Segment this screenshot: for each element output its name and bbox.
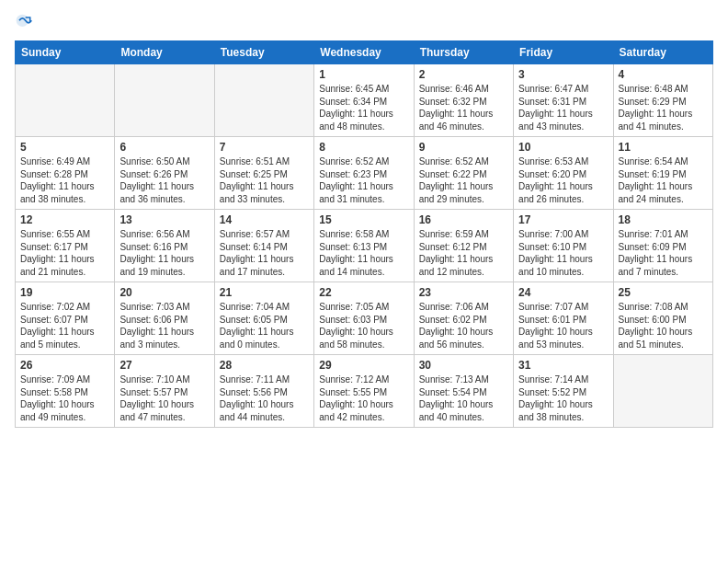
cell-info: Sunrise: 6:50 AM Sunset: 6:26 PM Dayligh… (119, 155, 209, 205)
cal-cell: 19Sunrise: 7:02 AM Sunset: 6:07 PM Dayli… (16, 282, 115, 355)
cal-cell (16, 64, 115, 137)
cal-cell (115, 64, 214, 137)
day-header-tuesday: Tuesday (214, 41, 313, 64)
cal-cell: 17Sunrise: 7:00 AM Sunset: 6:10 PM Dayli… (514, 210, 613, 282)
week-row-4: 19Sunrise: 7:02 AM Sunset: 6:07 PM Dayli… (16, 282, 713, 355)
cal-cell: 30Sunrise: 7:13 AM Sunset: 5:54 PM Dayli… (414, 355, 513, 428)
cal-cell: 2Sunrise: 6:46 AM Sunset: 6:32 PM Daylig… (414, 64, 513, 137)
cell-info: Sunrise: 7:01 AM Sunset: 6:09 PM Dayligh… (619, 228, 708, 278)
day-number: 19 (20, 286, 109, 299)
day-number: 17 (518, 213, 608, 226)
day-number: 2 (419, 68, 508, 81)
day-header-sunday: Sunday (16, 41, 115, 64)
svg-point-0 (17, 15, 28, 27)
cell-info: Sunrise: 6:58 AM Sunset: 6:13 PM Dayligh… (319, 228, 408, 278)
day-number: 27 (119, 359, 209, 372)
day-number: 16 (419, 213, 508, 226)
cell-info: Sunrise: 7:12 AM Sunset: 5:55 PM Dayligh… (319, 373, 408, 423)
cal-cell (214, 64, 313, 137)
cal-cell: 26Sunrise: 7:09 AM Sunset: 5:58 PM Dayli… (16, 355, 115, 428)
cal-cell (613, 355, 712, 428)
cal-cell: 28Sunrise: 7:11 AM Sunset: 5:56 PM Dayli… (214, 355, 313, 428)
header (15, 13, 713, 31)
week-row-1: 1Sunrise: 6:45 AM Sunset: 6:34 PM Daylig… (16, 64, 713, 137)
cal-cell: 11Sunrise: 6:54 AM Sunset: 6:19 PM Dayli… (613, 137, 712, 210)
day-number: 1 (319, 68, 408, 81)
cell-info: Sunrise: 6:49 AM Sunset: 6:28 PM Dayligh… (20, 155, 109, 205)
cal-cell: 8Sunrise: 6:52 AM Sunset: 6:23 PM Daylig… (314, 137, 414, 210)
day-header-wednesday: Wednesday (314, 41, 414, 64)
cal-cell: 7Sunrise: 6:51 AM Sunset: 6:25 PM Daylig… (214, 137, 313, 210)
day-number: 18 (619, 213, 708, 226)
calendar-table: SundayMondayTuesdayWednesdayThursdayFrid… (15, 40, 713, 428)
cell-info: Sunrise: 7:05 AM Sunset: 6:03 PM Dayligh… (319, 301, 408, 350)
day-header-monday: Monday (115, 41, 214, 64)
logo (15, 13, 37, 31)
cell-info: Sunrise: 6:45 AM Sunset: 6:34 PM Dayligh… (319, 83, 408, 132)
cal-cell: 5Sunrise: 6:49 AM Sunset: 6:28 PM Daylig… (16, 137, 115, 210)
cal-cell: 15Sunrise: 6:58 AM Sunset: 6:13 PM Dayli… (314, 210, 414, 282)
cell-info: Sunrise: 7:11 AM Sunset: 5:56 PM Dayligh… (220, 373, 309, 423)
cal-cell: 10Sunrise: 6:53 AM Sunset: 6:20 PM Dayli… (514, 137, 613, 210)
day-number: 26 (20, 359, 109, 372)
week-row-2: 5Sunrise: 6:49 AM Sunset: 6:28 PM Daylig… (16, 137, 713, 210)
cal-cell: 16Sunrise: 6:59 AM Sunset: 6:12 PM Dayli… (414, 210, 513, 282)
day-number: 15 (319, 213, 408, 226)
day-number: 11 (619, 141, 708, 154)
cal-cell: 29Sunrise: 7:12 AM Sunset: 5:55 PM Dayli… (314, 355, 414, 428)
cell-info: Sunrise: 7:07 AM Sunset: 6:01 PM Dayligh… (518, 301, 608, 350)
day-number: 5 (20, 141, 109, 154)
cal-cell: 27Sunrise: 7:10 AM Sunset: 5:57 PM Dayli… (115, 355, 214, 428)
day-number: 10 (518, 141, 608, 154)
cal-cell: 23Sunrise: 7:06 AM Sunset: 6:02 PM Dayli… (414, 282, 513, 355)
cell-info: Sunrise: 7:02 AM Sunset: 6:07 PM Dayligh… (20, 301, 109, 350)
day-number: 12 (20, 213, 109, 226)
week-row-3: 12Sunrise: 6:55 AM Sunset: 6:17 PM Dayli… (16, 210, 713, 282)
day-number: 24 (518, 286, 608, 299)
cell-info: Sunrise: 6:47 AM Sunset: 6:31 PM Dayligh… (518, 83, 608, 132)
cal-cell: 24Sunrise: 7:07 AM Sunset: 6:01 PM Dayli… (514, 282, 613, 355)
cell-info: Sunrise: 6:52 AM Sunset: 6:22 PM Dayligh… (419, 155, 508, 205)
cell-info: Sunrise: 6:55 AM Sunset: 6:17 PM Dayligh… (20, 228, 109, 278)
calendar-container: SundayMondayTuesdayWednesdayThursdayFrid… (0, 0, 728, 437)
day-number: 14 (220, 213, 309, 226)
cal-cell: 6Sunrise: 6:50 AM Sunset: 6:26 PM Daylig… (115, 137, 214, 210)
cal-cell: 3Sunrise: 6:47 AM Sunset: 6:31 PM Daylig… (514, 64, 613, 137)
day-number: 23 (419, 286, 508, 299)
day-header-saturday: Saturday (613, 41, 712, 64)
cell-info: Sunrise: 6:53 AM Sunset: 6:20 PM Dayligh… (518, 155, 608, 205)
day-number: 13 (119, 213, 209, 226)
day-number: 28 (220, 359, 309, 372)
cell-info: Sunrise: 6:54 AM Sunset: 6:19 PM Dayligh… (619, 155, 708, 205)
day-number: 3 (518, 68, 608, 81)
cal-cell: 20Sunrise: 7:03 AM Sunset: 6:06 PM Dayli… (115, 282, 214, 355)
day-number: 30 (419, 359, 508, 372)
cal-cell: 25Sunrise: 7:08 AM Sunset: 6:00 PM Dayli… (613, 282, 712, 355)
cell-info: Sunrise: 7:04 AM Sunset: 6:05 PM Dayligh… (220, 301, 309, 350)
cell-info: Sunrise: 6:52 AM Sunset: 6:23 PM Dayligh… (319, 155, 408, 205)
cell-info: Sunrise: 6:59 AM Sunset: 6:12 PM Dayligh… (419, 228, 508, 278)
day-number: 21 (220, 286, 309, 299)
day-number: 25 (619, 286, 708, 299)
logo-icon (15, 13, 33, 31)
cal-cell: 12Sunrise: 6:55 AM Sunset: 6:17 PM Dayli… (16, 210, 115, 282)
cell-info: Sunrise: 6:57 AM Sunset: 6:14 PM Dayligh… (220, 228, 309, 278)
day-number: 9 (419, 141, 508, 154)
day-number: 6 (119, 141, 209, 154)
day-number: 31 (518, 359, 608, 372)
cell-info: Sunrise: 6:48 AM Sunset: 6:29 PM Dayligh… (619, 83, 708, 132)
week-row-5: 26Sunrise: 7:09 AM Sunset: 5:58 PM Dayli… (16, 355, 713, 428)
day-header-friday: Friday (514, 41, 613, 64)
cell-info: Sunrise: 7:14 AM Sunset: 5:52 PM Dayligh… (518, 373, 608, 423)
day-header-thursday: Thursday (414, 41, 513, 64)
cal-cell: 18Sunrise: 7:01 AM Sunset: 6:09 PM Dayli… (613, 210, 712, 282)
cell-info: Sunrise: 6:56 AM Sunset: 6:16 PM Dayligh… (119, 228, 209, 278)
cell-info: Sunrise: 7:00 AM Sunset: 6:10 PM Dayligh… (518, 228, 608, 278)
cell-info: Sunrise: 7:09 AM Sunset: 5:58 PM Dayligh… (20, 373, 109, 423)
cal-cell: 22Sunrise: 7:05 AM Sunset: 6:03 PM Dayli… (314, 282, 414, 355)
cal-cell: 21Sunrise: 7:04 AM Sunset: 6:05 PM Dayli… (214, 282, 313, 355)
cell-info: Sunrise: 7:10 AM Sunset: 5:57 PM Dayligh… (119, 373, 209, 423)
day-number: 8 (319, 141, 408, 154)
day-number: 22 (319, 286, 408, 299)
cal-cell: 14Sunrise: 6:57 AM Sunset: 6:14 PM Dayli… (214, 210, 313, 282)
